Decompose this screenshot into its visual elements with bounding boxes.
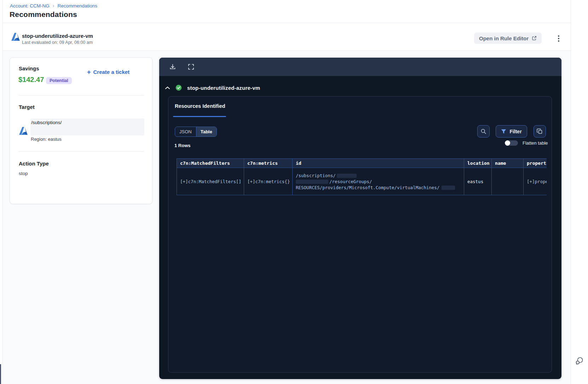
cell-properties[interactable]: [+]properties{} [524,168,547,195]
flatten-table-label: Flatten table [523,140,548,146]
breadcrumb-account-link[interactable]: Account: CCM-NG [10,3,50,8]
download-button[interactable] [169,63,176,70]
filter-icon [501,129,506,134]
fullscreen-button[interactable] [188,63,195,70]
flatten-table-control: Flatten table [505,140,548,146]
cell-id: /subscriptions/ /resourceGroups/ RESOURC… [293,168,464,195]
col-id: id [293,159,464,168]
resources-table-wrap: c7n:MatchedFilters c7n:metrics id locati… [177,158,547,195]
col-metrics: c7n:metrics [244,159,293,168]
divider [18,151,144,152]
copy-button[interactable] [534,125,546,138]
recommendations-page: Account: CCM-NG › Recommendations Recomm… [0,0,588,384]
last-evaluated-text: Last evaluated on: 09 Apr, 06:00 am [22,40,93,45]
chat-help-button[interactable] [573,355,585,367]
resources-table: c7n:MatchedFilters c7n:metrics id locati… [177,158,547,195]
filter-button[interactable]: Filter [496,125,527,138]
cell-location: eastus [464,168,492,195]
cell-metrics[interactable]: [+]c7n:metrics{} [244,168,293,195]
active-tab-underline [173,116,226,117]
create-ticket-button[interactable]: + Create a ticket [85,69,132,75]
savings-amount: $142.47 [18,76,44,84]
id-line2: /resourceGroups/ [329,179,372,184]
potential-badge: Potential [46,77,72,84]
chevron-up-icon [165,86,170,90]
open-rule-editor-label: Open in Rule Editor [479,35,529,41]
success-check-icon [175,85,182,91]
header-menu-button[interactable] [555,34,563,43]
redacted-subscription-id [337,174,357,178]
open-rule-editor-button[interactable]: Open in Rule Editor [474,33,542,44]
rows-count: 1 Rows [174,143,191,148]
json-view-button[interactable]: JSON [175,127,196,136]
savings-card: Savings $142.47 Potential + Create a tic… [10,57,152,204]
plus-icon: + [87,70,91,75]
filter-label: Filter [509,129,521,134]
collapse-button[interactable] [165,86,170,90]
page-title: Recommendations [10,10,77,19]
target-label: Target [19,104,35,110]
resources-panel: stop-underutilized-azure-vm Resources Id… [159,58,561,379]
search-icon [480,128,486,134]
table-row: [+]c7n:MatchedFilters[] [+]c7n:metrics{}… [177,168,547,195]
redacted-resource-group-prefix [296,180,328,184]
chat-bubbles-icon [574,355,584,366]
right-rail-divider [571,0,571,384]
breadcrumb: Account: CCM-NG › Recommendations [10,3,97,8]
col-name: name [492,159,524,168]
table-header-row: c7n:MatchedFilters c7n:metrics id locati… [177,159,547,168]
id-line1: /subscriptions/ [296,173,336,178]
copy-icon [537,128,543,134]
action-type-label: Action Type [19,161,49,167]
bottom-left-edge-strip [0,364,1,384]
id-line3: RESOURCES/providers/Microsoft.Compute/vi… [296,185,439,190]
panel-toolbar [159,58,561,76]
panel-rule-title: stop-underutilized-azure-vm [187,85,260,91]
cell-matched-filters[interactable]: [+]c7n:MatchedFilters[] [177,168,244,195]
view-toggle: JSON Table [175,127,217,137]
create-ticket-label: Create a ticket [93,69,130,75]
azure-target-icon [18,126,28,136]
col-properties: properties [524,159,547,168]
target-region: Region: eastus [31,136,62,142]
cell-name [492,168,524,195]
tab-resources-identified[interactable]: Resources Identified [175,103,225,109]
toggle-knob [505,140,510,146]
savings-label: Savings [19,65,39,71]
redacted-vm-name [442,186,455,190]
download-icon [169,63,176,70]
action-type-value: stop [19,171,28,176]
divider [18,95,144,95]
external-link-icon [532,36,537,41]
search-button[interactable] [477,125,490,138]
resources-identified-container: Resources Identified JSON Table Filter [168,96,552,373]
breadcrumb-recommendations-link[interactable]: Recommendations [57,3,97,8]
panel-title-row: stop-underutilized-azure-vm [165,82,260,93]
col-location: location [464,159,492,168]
rule-name: stop-underutilized-azure-vm [22,33,93,39]
azure-icon [11,32,21,42]
fullscreen-icon [188,63,195,70]
flatten-table-toggle[interactable] [505,140,518,146]
col-matched-filters: c7n:MatchedFilters [177,159,244,168]
target-path-block: /subscriptions/ [30,118,144,135]
table-view-button[interactable]: Table [196,127,217,136]
breadcrumb-separator: › [53,3,54,8]
recommendation-header: stop-underutilized-azure-vm Last evaluat… [3,23,571,51]
target-path: /subscriptions/ [31,120,62,125]
